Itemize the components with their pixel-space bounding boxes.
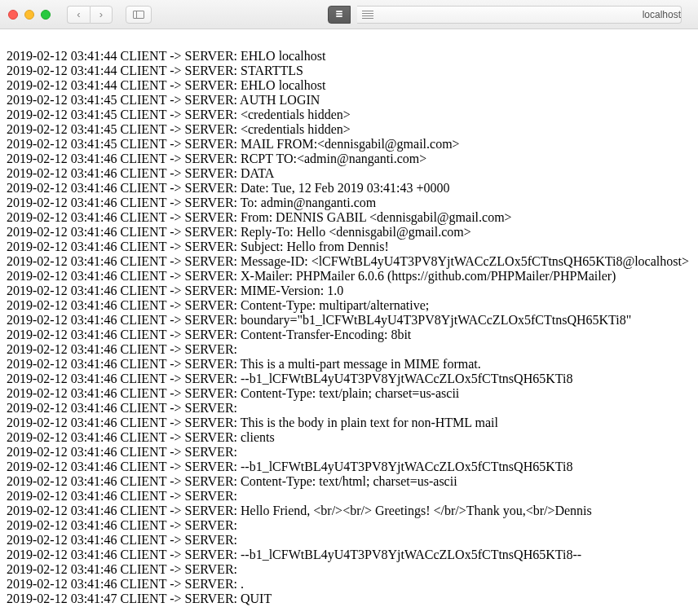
log-line: 2019-02-12 03:41:47 CLIENT -> SERVER: QU… <box>7 592 691 606</box>
log-line: 2019-02-12 03:41:46 CLIENT -> SERVER: Re… <box>7 225 691 240</box>
log-line: 2019-02-12 03:41:45 CLIENT -> SERVER: AU… <box>7 93 691 108</box>
log-line: 2019-02-12 03:41:46 CLIENT -> SERVER: RC… <box>7 152 691 166</box>
show-sidebar-button[interactable] <box>126 6 152 24</box>
log-line: 2019-02-12 03:41:46 CLIENT -> SERVER: <box>7 342 691 357</box>
log-line: 2019-02-12 03:41:46 CLIENT -> SERVER: . <box>7 577 691 592</box>
log-line: 2019-02-12 03:41:46 CLIENT -> SERVER: Th… <box>7 357 691 372</box>
window-controls <box>8 10 51 20</box>
chevron-left-icon: ‹ <box>77 8 80 20</box>
reader-mode-button[interactable] <box>328 6 351 24</box>
close-window-button[interactable] <box>8 10 18 20</box>
log-line: 2019-02-12 03:41:46 CLIENT -> SERVER: Co… <box>7 474 691 489</box>
maximize-window-button[interactable] <box>41 10 51 20</box>
nav-back-forward-group: ‹ › <box>67 6 113 24</box>
reader-icon <box>334 10 344 20</box>
log-line: 2019-02-12 03:41:46 CLIENT -> SERVER: <box>7 401 691 416</box>
back-button[interactable]: ‹ <box>67 6 90 24</box>
log-line: 2019-02-12 03:41:46 CLIENT -> SERVER: <box>7 533 691 548</box>
log-line: 2019-02-12 03:41:46 CLIENT -> SERVER: bo… <box>7 313 691 328</box>
log-line: 2019-02-12 03:41:46 CLIENT -> SERVER: --… <box>7 372 691 386</box>
log-line: 2019-02-12 03:41:45 CLIENT -> SERVER: <c… <box>7 108 691 122</box>
log-line: 2019-02-12 03:41:46 CLIENT -> SERVER: DA… <box>7 166 691 181</box>
address-text: localhost <box>643 9 681 20</box>
forward-button[interactable]: › <box>90 6 113 24</box>
log-line: 2019-02-12 03:41:46 CLIENT -> SERVER: <box>7 445 691 460</box>
log-line: 2019-02-12 03:41:46 CLIENT -> SERVER: To… <box>7 196 691 210</box>
log-line: 2019-02-12 03:41:44 CLIENT -> SERVER: EH… <box>7 49 691 64</box>
log-line: 2019-02-12 03:41:46 CLIENT -> SERVER: Th… <box>7 416 691 430</box>
browser-titlebar: ‹ › localhost <box>0 0 698 29</box>
log-line: 2019-02-12 03:41:46 CLIENT -> SERVER: Fr… <box>7 210 691 225</box>
log-line: 2019-02-12 03:41:46 CLIENT -> SERVER: <box>7 489 691 504</box>
address-bar[interactable]: localhost <box>357 6 682 24</box>
log-line: 2019-02-12 03:41:46 CLIENT -> SERVER: --… <box>7 460 691 474</box>
log-line: 2019-02-12 03:41:46 CLIENT -> SERVER: Co… <box>7 328 691 342</box>
log-line: 2019-02-12 03:41:44 CLIENT -> SERVER: ST… <box>7 64 691 78</box>
minimize-window-button[interactable] <box>24 10 34 20</box>
log-line: 2019-02-12 03:41:46 CLIENT -> SERVER: Co… <box>7 298 691 313</box>
log-line: 2019-02-12 03:41:45 CLIENT -> SERVER: <c… <box>7 122 691 137</box>
log-line: 2019-02-12 03:41:46 CLIENT -> SERVER: Da… <box>7 181 691 196</box>
log-line: 2019-02-12 03:41:44 CLIENT -> SERVER: EH… <box>7 78 691 93</box>
log-line: 2019-02-12 03:41:45 CLIENT -> SERVER: MA… <box>7 137 691 152</box>
log-line: 2019-02-12 03:41:46 CLIENT -> SERVER: <box>7 518 691 533</box>
log-line: 2019-02-12 03:41:46 CLIENT -> SERVER: --… <box>7 548 691 562</box>
sidebar-icon <box>133 11 144 19</box>
chevron-right-icon: › <box>99 8 103 20</box>
log-line: 2019-02-12 03:41:46 CLIENT -> SERVER: He… <box>7 504 691 518</box>
log-line: 2019-02-12 03:41:46 CLIENT -> SERVER: cl… <box>7 430 691 445</box>
page-content: 2019-02-12 03:41:44 CLIENT -> SERVER: EH… <box>0 29 698 613</box>
log-line: 2019-02-12 03:41:46 CLIENT -> SERVER: <box>7 562 691 577</box>
log-line: 2019-02-12 03:41:46 CLIENT -> SERVER: MI… <box>7 284 691 298</box>
log-line: 2019-02-12 03:41:46 CLIENT -> SERVER: Su… <box>7 240 691 254</box>
log-line: 2019-02-12 03:41:46 CLIENT -> SERVER: Me… <box>7 254 691 269</box>
log-line: 2019-02-12 03:41:46 CLIENT -> SERVER: X-… <box>7 269 691 284</box>
reading-list-icon <box>362 11 373 19</box>
log-line: 2019-02-12 03:41:46 CLIENT -> SERVER: Co… <box>7 386 691 401</box>
